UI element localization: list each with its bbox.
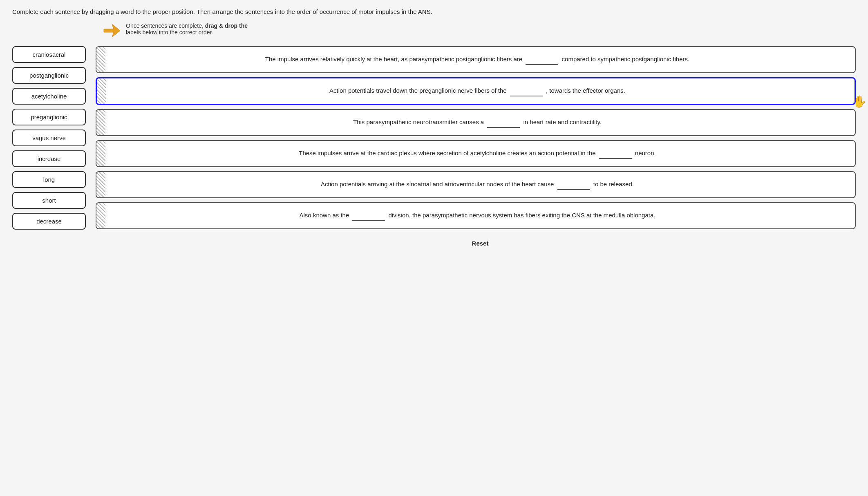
word-chip-preganglionic[interactable]: preganglionic [12, 109, 86, 125]
sentence-text-2: Action potentials travel down the pregan… [326, 87, 625, 94]
drag-hint-area: Once sentences are complete, drag & drop… [102, 22, 856, 39]
sentence-text-1: The impulse arrives relatively quickly a… [262, 56, 689, 63]
word-chip-postganglionic[interactable]: postganglionic [12, 67, 86, 84]
drag-handle-2[interactable] [97, 78, 106, 104]
sentence-text-4: These impulses arrive at the cardiac ple… [295, 150, 655, 156]
sentence-box-6: Also known as the division, the parasymp… [96, 202, 856, 229]
drag-handle-5[interactable] [96, 172, 105, 197]
sentence-box-2: Action potentials travel down the pregan… [96, 77, 856, 105]
blank-2[interactable] [510, 86, 543, 96]
word-chip-decrease[interactable]: decrease [12, 213, 86, 230]
word-bank: craniosacralpostganglionicacetylcholinep… [12, 46, 86, 230]
arrow-icon [102, 22, 122, 39]
drag-handle-1[interactable] [96, 47, 105, 72]
instructions-text: Complete each sentence by dragging a wor… [12, 8, 856, 15]
sentence-box-1: The impulse arrives relatively quickly a… [96, 46, 856, 73]
word-chip-long[interactable]: long [12, 171, 86, 188]
sentence-box-4: These impulses arrive at the cardiac ple… [96, 140, 856, 167]
sentence-text-5: Action potentials arriving at the sinoat… [318, 181, 634, 188]
drag-hint-text: Once sentences are complete, drag & drop… [126, 22, 248, 36]
blank-6[interactable] [352, 210, 385, 221]
drag-handle-6[interactable] [96, 203, 105, 228]
blank-4[interactable] [599, 148, 632, 159]
blank-1[interactable] [526, 54, 558, 65]
main-layout: craniosacralpostganglionicacetylcholinep… [12, 46, 856, 247]
sentence-text-6: Also known as the division, the parasymp… [296, 212, 655, 219]
sentence-box-3: This parasympathetic neurotransmitter ca… [96, 109, 856, 136]
sentences-column: The impulse arrives relatively quickly a… [96, 46, 856, 247]
drag-handle-4[interactable] [96, 141, 105, 166]
reset-button[interactable]: Reset [105, 240, 856, 247]
word-chip-short[interactable]: short [12, 192, 86, 209]
sentence-box-5: Action potentials arriving at the sinoat… [96, 171, 856, 198]
sentence-text-3: This parasympathetic neurotransmitter ca… [350, 118, 602, 125]
word-chip-increase[interactable]: increase [12, 150, 86, 167]
svg-marker-0 [104, 24, 120, 37]
cursor-hand-icon: ✋ [852, 93, 867, 111]
drag-handle-3[interactable] [96, 110, 105, 135]
word-chip-vagus_nerve[interactable]: vagus nerve [12, 130, 86, 146]
word-chip-acetylcholine[interactable]: acetylcholine [12, 88, 86, 105]
blank-3[interactable] [487, 117, 520, 128]
blank-5[interactable] [557, 179, 590, 190]
word-chip-craniosacral[interactable]: craniosacral [12, 46, 86, 63]
